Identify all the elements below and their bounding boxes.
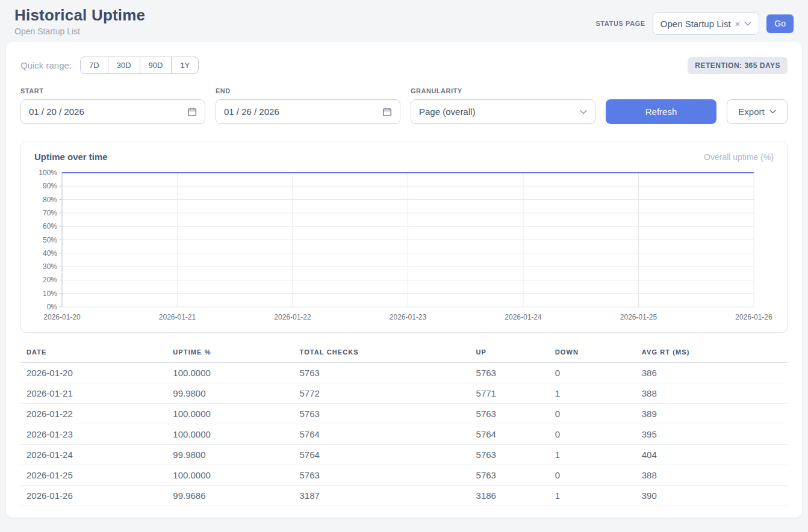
main-card: Quick range: 7D 30D 90D 1Y RETENTION: 36…: [6, 42, 802, 518]
chevron-down-icon: [744, 21, 751, 26]
table-cell: 2026-01-20: [20, 363, 167, 383]
table-row: 2026-01-22100.0000576357630389: [20, 404, 788, 424]
chart-legend: Overall uptime (%): [704, 152, 774, 162]
granularity-label: GRANULARITY: [411, 87, 595, 94]
column-header-avg-rt: AVG RT (MS): [636, 345, 788, 363]
table-cell: 2026-01-23: [20, 424, 167, 445]
refresh-button[interactable]: Refresh: [606, 99, 716, 124]
svg-text:50%: 50%: [43, 236, 57, 244]
table-cell: 0: [549, 363, 636, 383]
table-cell: 2026-01-22: [20, 404, 167, 424]
status-page-select[interactable]: Open Startup List ×: [653, 12, 760, 35]
quick-range-90d-button[interactable]: 90D: [140, 57, 172, 73]
svg-text:2026-01-21: 2026-01-21: [159, 313, 196, 321]
table-cell: 0: [549, 465, 636, 486]
table-cell: 100.0000: [167, 465, 293, 486]
svg-text:100%: 100%: [39, 169, 57, 177]
table-row: 2026-01-20100.0000576357630386: [20, 363, 788, 383]
table-cell: 404: [636, 445, 788, 465]
end-date-input[interactable]: 01 / 26 / 2026: [216, 99, 400, 124]
table-cell: 2026-01-21: [20, 383, 167, 404]
svg-text:20%: 20%: [43, 276, 57, 284]
page-title: Historical Uptime: [14, 6, 145, 25]
calendar-icon[interactable]: [382, 107, 392, 117]
table-cell: 99.9686: [167, 486, 293, 506]
table-cell: 2026-01-24: [20, 445, 167, 465]
svg-text:90%: 90%: [43, 182, 57, 190]
page-subtitle: Open Startup List: [14, 26, 145, 36]
table-cell: 5763: [470, 465, 549, 486]
start-date-input[interactable]: 01 / 20 / 2026: [20, 99, 205, 124]
table-cell: 0: [549, 404, 636, 424]
table-row: 2026-01-2199.9800577257711388: [20, 383, 788, 404]
table-cell: 0: [549, 424, 636, 445]
table-cell: 99.9800: [167, 383, 293, 404]
table-cell: 5763: [470, 445, 549, 465]
svg-text:40%: 40%: [43, 249, 57, 258]
granularity-selected-value: Page (overall): [419, 107, 475, 117]
svg-text:2026-01-24: 2026-01-24: [505, 313, 542, 321]
chevron-down-icon: [580, 110, 587, 114]
chart-title: Uptime over time: [34, 152, 108, 162]
table-cell: 3187: [294, 486, 470, 506]
table-cell: 5763: [470, 404, 549, 424]
start-date-value: 01 / 20 / 2026: [29, 107, 84, 117]
svg-text:2026-01-25: 2026-01-25: [620, 313, 657, 321]
calendar-icon[interactable]: [187, 107, 197, 117]
granularity-select[interactable]: Page (overall): [411, 99, 595, 124]
table-cell: 386: [636, 363, 788, 383]
export-button[interactable]: Export: [727, 99, 788, 124]
svg-text:70%: 70%: [43, 209, 57, 217]
table-cell: 5763: [470, 363, 549, 383]
table-cell: 389: [636, 404, 788, 424]
table-cell: 5763: [294, 363, 470, 383]
table-cell: 5771: [470, 383, 549, 404]
status-page-selected-value: Open Startup List: [660, 19, 731, 29]
table-cell: 100.0000: [167, 424, 293, 445]
table-cell: 100.0000: [167, 363, 293, 383]
table-cell: 2026-01-26: [20, 486, 167, 506]
table-header-row: DATE UPTIME % TOTAL CHECKS UP DOWN AVG R…: [20, 345, 788, 363]
export-button-label: Export: [738, 107, 764, 117]
quick-range-7d-button[interactable]: 7D: [81, 57, 108, 73]
table-cell: 395: [636, 424, 788, 445]
page-header: Historical Uptime Open Startup List STAT…: [0, 0, 808, 42]
chart-card: Uptime over time Overall uptime (%) 2026…: [20, 141, 788, 333]
table-cell: 99.9800: [167, 445, 293, 465]
table-cell: 5764: [294, 424, 470, 445]
column-header-total-checks: TOTAL CHECKS: [294, 345, 470, 363]
svg-text:10%: 10%: [43, 289, 57, 298]
svg-text:60%: 60%: [43, 222, 57, 230]
svg-text:30%: 30%: [43, 262, 57, 271]
table-cell: 3186: [470, 486, 549, 506]
svg-text:2026-01-26: 2026-01-26: [735, 313, 772, 321]
table-cell: 1: [549, 486, 636, 506]
table-row: 2026-01-23100.0000576457640395: [20, 424, 788, 445]
svg-text:80%: 80%: [43, 196, 57, 204]
retention-badge: RETENTION: 365 DAYS: [688, 57, 788, 74]
table-cell: 5763: [294, 404, 470, 424]
clear-icon[interactable]: ×: [735, 19, 741, 28]
column-header-down: DOWN: [549, 345, 636, 363]
quick-range-30d-button[interactable]: 30D: [108, 57, 140, 73]
svg-text:2026-01-20: 2026-01-20: [43, 313, 81, 321]
table-cell: 1: [549, 383, 636, 404]
table-cell: 388: [636, 383, 788, 404]
table-cell: 5763: [294, 465, 470, 486]
column-header-up: UP: [470, 345, 549, 363]
table-row: 2026-01-25100.0000576357630388: [20, 465, 788, 486]
table-cell: 5764: [470, 424, 549, 445]
chevron-down-icon: [769, 110, 776, 114]
column-header-date: DATE: [20, 345, 167, 363]
go-button[interactable]: Go: [766, 14, 794, 33]
table-cell: 1: [549, 445, 636, 465]
svg-text:2026-01-23: 2026-01-23: [390, 313, 427, 321]
table-row: 2026-01-2699.9686318731861390: [20, 486, 788, 506]
quick-range-label: Quick range:: [20, 60, 72, 70]
table-cell: 5772: [294, 383, 470, 404]
quick-range-1y-button[interactable]: 1Y: [171, 57, 198, 73]
table-cell: 2026-01-25: [20, 465, 167, 486]
svg-text:2026-01-22: 2026-01-22: [274, 313, 311, 321]
table-cell: 5764: [294, 445, 470, 465]
table-cell: 100.0000: [167, 404, 293, 424]
